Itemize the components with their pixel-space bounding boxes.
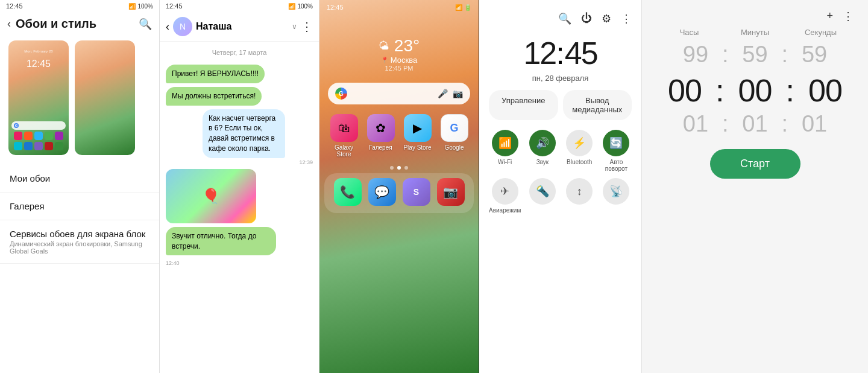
search-icon[interactable]: 🔍 xyxy=(139,18,152,31)
chevron-down-icon[interactable]: ∨ xyxy=(292,22,297,31)
home-search-bar[interactable]: G 🎤 📷 xyxy=(328,83,470,104)
camera-search-icon[interactable]: 📷 xyxy=(453,89,463,98)
toggle-sound[interactable]: 🔊 Звук xyxy=(527,130,558,172)
wallpaper-preview-2[interactable] xyxy=(75,40,135,155)
message-bubble: Мы должны встретиться! xyxy=(166,87,262,106)
message-time: 12:39 xyxy=(203,159,313,165)
app-dot xyxy=(45,142,53,150)
home-wifi-icon: 📶 xyxy=(455,4,462,11)
clock-minutes: 45 xyxy=(565,35,597,71)
media-control-button[interactable]: Управление xyxy=(489,90,558,120)
autorotate-toggle-icon: 🔄 xyxy=(603,130,629,156)
timer-header: + ⋮ xyxy=(656,10,854,23)
separator: : xyxy=(782,42,788,68)
home-status-bar: 12:45 📶 🔋 xyxy=(319,0,479,12)
timer-seconds-top: 59 xyxy=(790,42,838,68)
app-galaxy-store[interactable]: 🛍 Galaxy Store xyxy=(328,114,360,158)
chat-messages: Четверг, 17 марта Привет! Я ВЕРНУЛАСЬ!!!… xyxy=(160,42,319,373)
home-status-time: 12:45 xyxy=(327,4,344,11)
message-time: 12:40 xyxy=(166,260,180,266)
chat-contact-name: Наташа xyxy=(196,21,288,32)
app-dot xyxy=(34,142,43,150)
app-play-store[interactable]: ▶ Play Store xyxy=(401,114,433,158)
toggle-flashlight[interactable]: 🔦 xyxy=(527,178,558,214)
separator: : xyxy=(722,42,729,68)
separator-main: : xyxy=(715,72,724,109)
home-time: 12:45 PM xyxy=(319,65,479,72)
toggle-label: Авиарежим xyxy=(489,207,521,214)
qs-media-buttons: Управление Вывод медиаданных xyxy=(489,90,632,120)
toggle-airplane[interactable]: ✈ Авиарежим xyxy=(489,178,521,214)
app-google[interactable]: G Google xyxy=(438,114,470,158)
start-button[interactable]: Старт xyxy=(710,149,800,179)
timer-minutes-bottom: 01 xyxy=(731,111,779,137)
play-store-icon: ▶ xyxy=(404,114,432,142)
app-label: Галерея xyxy=(369,144,392,151)
hotspot-toggle-icon: 📡 xyxy=(603,178,629,205)
settings-icon[interactable]: ⚙ xyxy=(602,12,611,25)
dock-app-phone[interactable]: 📞 xyxy=(333,178,362,206)
timer-column-labels: Часы Минуты Секунды xyxy=(656,28,854,37)
menu-item-sublabel: Динамический экран блокировки, Samsung G… xyxy=(10,240,149,255)
toggle-bluetooth[interactable]: ⚡ Bluetooth xyxy=(564,130,595,172)
clock-separator: : xyxy=(556,35,564,71)
wallpaper-previews: 12:45 Mon, February 28 G xyxy=(0,36,159,160)
more-icon[interactable]: ⋮ xyxy=(621,12,632,25)
timer-main-row: 00 : 00 : 00 xyxy=(656,72,854,109)
image-message: 🎈 xyxy=(166,169,256,223)
app-gallery[interactable]: ✿ Галерея xyxy=(365,114,397,158)
menu-item-gallery[interactable]: Галерея xyxy=(0,193,159,220)
status-bar-2: 12:45 📶 100% xyxy=(160,0,319,12)
message-bubble: Звучит отлично. Тогда до встречи. xyxy=(166,227,276,256)
qs-date: пн, 28 февраля xyxy=(489,74,632,83)
toggle-wifi[interactable]: 📶 Wi-Fi xyxy=(489,130,521,172)
preview-app-row-2 xyxy=(11,142,66,150)
separator: : xyxy=(782,111,788,137)
page-indicator xyxy=(319,162,479,173)
battery-icon-2: 100% xyxy=(297,3,313,10)
add-icon[interactable]: + xyxy=(826,10,833,23)
toggle-hotspot[interactable]: 📡 xyxy=(601,178,632,214)
wallpaper-preview-1[interactable]: 12:45 Mon, February 28 G xyxy=(8,40,69,155)
more-options-icon[interactable]: ⋮ xyxy=(843,10,854,23)
page-dot-active xyxy=(397,166,401,170)
wallpaper-header: ‹ Обои и стиль 🔍 xyxy=(0,12,159,36)
toggle-label: Авто поворот xyxy=(601,159,632,172)
media-output-button[interactable]: Вывод медиаданных xyxy=(563,90,632,120)
flashlight-toggle-icon: 🔦 xyxy=(529,178,556,205)
toggle-autorotate[interactable]: 🔄 Авто поворот xyxy=(601,130,632,172)
toggle-nfc[interactable]: ↕ xyxy=(564,178,595,214)
menu-item-my-wallpapers[interactable]: Мои обои xyxy=(0,165,159,193)
dock-app-samsung[interactable]: S xyxy=(401,178,431,206)
timer-minutes-top: 59 xyxy=(731,42,779,68)
timer-minutes-main: 00 xyxy=(726,72,783,109)
search-icon-qs[interactable]: 🔍 xyxy=(558,12,571,25)
power-icon[interactable]: ⏻ xyxy=(581,12,592,25)
app-dot xyxy=(24,142,33,150)
menu-item-label: Сервисы обоев для экрана блок xyxy=(10,229,149,239)
home-dock: 📞 💬 S 📷 xyxy=(324,173,474,213)
app-dot xyxy=(14,142,22,150)
qs-clock: 12 : 45 xyxy=(489,35,632,71)
preview-g: G xyxy=(14,123,19,128)
timer-bottom-row: 01 : 01 : 01 xyxy=(656,111,854,137)
page-dot xyxy=(390,166,394,170)
more-options-icon[interactable]: ⋮ xyxy=(301,19,313,34)
city-name: Москва xyxy=(391,56,417,65)
back-icon[interactable]: ‹ xyxy=(7,18,11,30)
gallery-icon: ✿ xyxy=(367,114,395,142)
menu-item-services[interactable]: Сервисы обоев для экрана блок Динамическ… xyxy=(0,220,159,264)
date-divider: Четверг, 17 марта xyxy=(166,44,313,61)
app-dot xyxy=(55,132,63,140)
app-label: Galaxy Store xyxy=(328,144,360,158)
preview-app-row-1 xyxy=(11,132,66,140)
dock-app-messages[interactable]: 💬 xyxy=(367,178,397,206)
phone-icon: 📞 xyxy=(334,178,362,206)
received-message-container: Как насчет четверга в 6? Если ты ок, дав… xyxy=(203,109,313,165)
bluetooth-toggle-icon: ⚡ xyxy=(566,130,593,156)
qs-header: 🔍 ⏻ ⚙ ⋮ xyxy=(489,12,632,25)
app-dot xyxy=(24,132,33,140)
dock-app-camera[interactable]: 📷 xyxy=(436,178,465,206)
mic-icon[interactable]: 🎤 xyxy=(438,89,448,98)
chat-back-icon[interactable]: ‹ xyxy=(166,21,169,33)
